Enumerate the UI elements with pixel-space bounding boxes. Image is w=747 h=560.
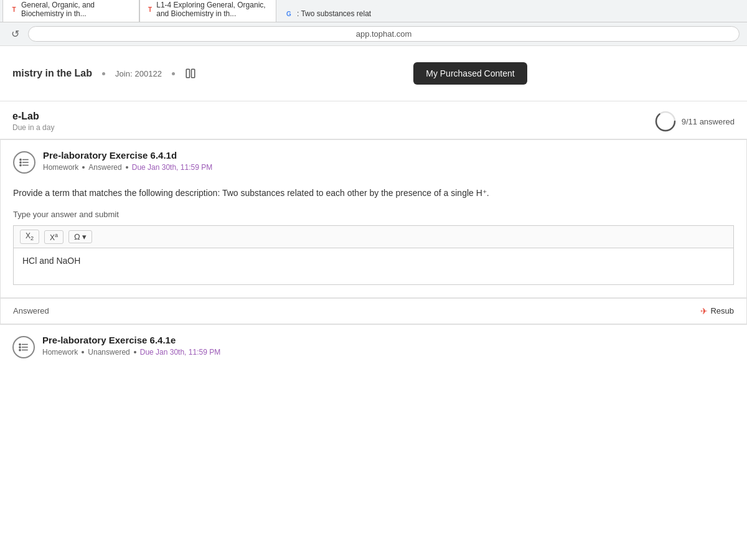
- meta-dot-2: [126, 166, 128, 169]
- join-code-value: 200122: [135, 69, 162, 78]
- tab-l1-4-exploring[interactable]: T L1-4 Exploring General, Organic, and B…: [139, 0, 276, 22]
- question-body-1: Provide a term that matches the followin…: [1, 180, 746, 298]
- exercise-1-info: Pre-laboratory Exercise 6.4.1d Homework …: [43, 150, 734, 172]
- exercise-1-status: Answered: [88, 163, 121, 172]
- app-header: mistry in the Lab Join: 200122 My Purcha…: [0, 46, 747, 101]
- card-footer-1: Answered ✈ Resub: [1, 298, 746, 324]
- exercise-2-meta: Homework Unanswered Due Jan 30th, 11:59 …: [42, 348, 735, 357]
- separator-dot-1: [102, 72, 105, 75]
- list-icon-2: [18, 342, 29, 353]
- address-input[interactable]: app.tophat.com: [28, 26, 740, 42]
- omega-button[interactable]: Ω ▾: [68, 230, 92, 243]
- resubmit-arrow-icon: ✈: [700, 306, 708, 316]
- main-content: e-Lab Due in a day 9/11 answered: [0, 101, 747, 368]
- answered-status-label: Answered: [13, 306, 49, 315]
- course-title: mistry in the Lab: [12, 68, 92, 79]
- my-purchased-content-button[interactable]: My Purchased Content: [413, 62, 527, 85]
- exercise-1-type: Homework: [43, 163, 78, 172]
- svg-point-15: [19, 349, 21, 350]
- tab-label-3: : Two substances relat: [297, 9, 371, 18]
- meta-dot-1: [82, 166, 85, 169]
- tophat-favicon-2: T: [148, 5, 153, 14]
- exercise-1-due: Due Jan 30th, 11:59 PM: [132, 163, 212, 172]
- resubmit-button[interactable]: ✈ Resub: [700, 306, 734, 316]
- list-icon: [19, 157, 30, 168]
- browser-tabs-bar: T General, Organic, and Biochemistry in …: [0, 0, 747, 22]
- book-icon[interactable]: [185, 68, 196, 79]
- progress-indicator: 9/11 answered: [654, 110, 735, 133]
- svg-point-13: [19, 343, 21, 345]
- svg-rect-0: [186, 69, 189, 78]
- section-header: e-Lab Due in a day 9/11 answered: [0, 101, 747, 139]
- svg-point-14: [19, 347, 21, 348]
- join-code-label: Join: 200122: [115, 69, 162, 78]
- answer-input-1[interactable]: HCl and NaOH: [13, 248, 734, 285]
- exercise-icon-1: [13, 151, 35, 174]
- tophat-favicon-1: T: [11, 5, 17, 14]
- exercise-2-status: Unanswered: [88, 348, 129, 357]
- subscript-button[interactable]: X2: [20, 230, 39, 243]
- tab-general-organic[interactable]: T General, Organic, and Biochemistry in …: [2, 0, 139, 22]
- join-prefix: Join:: [115, 69, 132, 78]
- due-label: Due in a day: [12, 123, 54, 132]
- address-bar: ↺ app.tophat.com: [0, 22, 747, 46]
- exercise-card-2: Pre-laboratory Exercise 6.4.1e Homework …: [0, 324, 747, 368]
- meta-dot-4: [134, 351, 136, 353]
- section-name: e-Lab: [12, 111, 54, 122]
- exercise-card-1: Pre-laboratory Exercise 6.4.1d Homework …: [0, 139, 747, 324]
- exercise-1-title: Pre-laboratory Exercise 6.4.1d: [43, 150, 734, 161]
- svg-point-7: [20, 159, 21, 160]
- tab-label-1: General, Organic, and Biochemistry in th…: [21, 1, 131, 18]
- svg-point-9: [20, 164, 21, 166]
- separator-dot-2: [172, 72, 175, 75]
- google-favicon: G: [284, 9, 293, 18]
- meta-dot-3: [82, 351, 84, 353]
- exercise-1-meta: Homework Answered Due Jan 30th, 11:59 PM: [43, 163, 734, 172]
- exercise-2-info: Pre-laboratory Exercise 6.4.1e Homework …: [42, 335, 735, 357]
- superscript-button[interactable]: Xa: [44, 230, 63, 244]
- exercise-2-due: Due Jan 30th, 11:59 PM: [140, 348, 220, 357]
- answer-toolbar-1: X2 Xa Ω ▾: [13, 225, 734, 247]
- tab-label-2: L1-4 Exploring General, Organic, and Bio…: [156, 1, 268, 18]
- exercise-2-title: Pre-laboratory Exercise 6.4.1e: [42, 335, 735, 345]
- tab-two-substances[interactable]: G : Two substances relat: [276, 5, 379, 22]
- exercise-2-type: Homework: [42, 348, 78, 357]
- resubmit-label: Resub: [710, 306, 734, 315]
- exercise-icon-2: [12, 336, 35, 358]
- question-text-1: Provide a term that matches the followin…: [13, 186, 734, 200]
- section-label: e-Lab Due in a day: [12, 111, 54, 132]
- progress-text: 9/11 answered: [682, 117, 735, 126]
- exercise-card-1-header: Pre-laboratory Exercise 6.4.1d Homework …: [1, 140, 746, 180]
- reload-button[interactable]: ↺: [7, 27, 23, 41]
- answer-label-1: Type your answer and submit: [13, 210, 734, 219]
- svg-rect-1: [191, 69, 194, 78]
- svg-point-8: [20, 162, 21, 163]
- progress-circle-svg: [654, 110, 677, 133]
